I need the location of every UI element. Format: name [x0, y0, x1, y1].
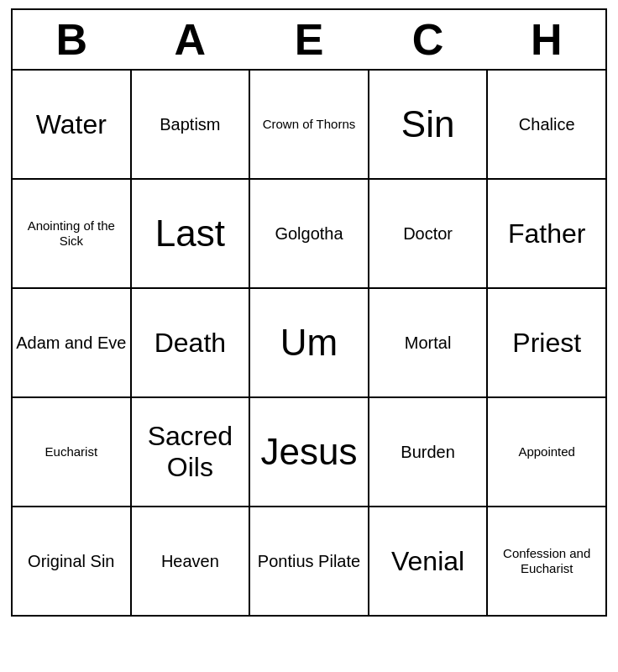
bingo-card: BAECH WaterBaptismCrown of ThornsSinChal…: [11, 8, 607, 617]
cell-content: Appointed: [518, 444, 575, 459]
header-letter: B: [12, 9, 131, 70]
cell-content: Golgotha: [275, 224, 343, 243]
bingo-row: Anointing of the SickLastGolgothaDoctorF…: [12, 179, 606, 288]
cell-content: Death: [154, 328, 226, 358]
bingo-cell: Golgotha: [249, 179, 369, 288]
bingo-grid: BAECH WaterBaptismCrown of ThornsSinChal…: [11, 8, 607, 617]
cell-content: Water: [36, 109, 107, 139]
cell-content: Chalice: [519, 115, 575, 134]
bingo-cell: Father: [487, 179, 606, 288]
bingo-cell: Burden: [369, 397, 488, 507]
cell-content: Anointing of the Sick: [28, 218, 115, 248]
bingo-row: WaterBaptismCrown of ThornsSinChalice: [12, 70, 606, 179]
cell-content: Venial: [391, 546, 464, 576]
bingo-cell: Appointed: [487, 397, 606, 507]
cell-content: Eucharist: [45, 444, 98, 459]
cell-content: Confession and Eucharist: [503, 546, 590, 575]
bingo-cell: Pontius Pilate: [249, 507, 369, 616]
bingo-cell: Sacred Oils: [131, 397, 250, 507]
header-letter: A: [131, 9, 250, 70]
bingo-cell: Crown of Thorns: [249, 70, 369, 179]
cell-content: Crown of Thorns: [263, 117, 356, 131]
cell-content: Doctor: [403, 224, 453, 243]
bingo-row: Original SinHeavenPontius PilateVenialCo…: [12, 507, 606, 616]
cell-content: Heaven: [161, 552, 219, 570]
header-letter: C: [369, 9, 488, 70]
bingo-cell: Chalice: [487, 70, 606, 179]
cell-content: Jesus: [261, 431, 358, 472]
bingo-cell: Eucharist: [12, 397, 131, 507]
bingo-cell: Adam and Eve: [12, 288, 131, 397]
bingo-cell: Sin: [369, 70, 488, 179]
bingo-cell: Jesus: [249, 397, 369, 507]
bingo-cell: Last: [131, 179, 250, 288]
cell-content: Last: [155, 213, 225, 254]
cell-content: Baptism: [160, 115, 220, 134]
cell-content: Mortal: [405, 333, 452, 352]
bingo-cell: Confession and Eucharist: [487, 507, 606, 616]
bingo-cell: Death: [131, 288, 250, 397]
cell-content: Burden: [401, 443, 455, 461]
bingo-cell: Anointing of the Sick: [12, 179, 131, 288]
cell-content: Sacred Oils: [148, 421, 233, 482]
cell-content: Adam and Eve: [16, 333, 126, 352]
bingo-row: EucharistSacred OilsJesusBurdenAppointed: [12, 397, 606, 507]
bingo-cell: Original Sin: [12, 507, 131, 616]
bingo-cell: Water: [12, 70, 131, 179]
bingo-cell: Um: [249, 288, 369, 397]
cell-content: Pontius Pilate: [258, 552, 360, 570]
bingo-cell: Mortal: [369, 288, 488, 397]
cell-content: Sin: [401, 103, 455, 144]
cell-content: Father: [508, 218, 585, 249]
bingo-row: Adam and EveDeathUmMortalPriest: [12, 288, 606, 397]
bingo-cell: Baptism: [131, 70, 250, 179]
bingo-cell: Doctor: [369, 179, 488, 288]
header-letter: H: [487, 9, 606, 70]
bingo-cell: Venial: [369, 507, 488, 616]
header-letter: E: [249, 9, 369, 70]
cell-content: Um: [280, 322, 338, 363]
bingo-cell: Heaven: [131, 507, 250, 616]
cell-content: Original Sin: [28, 552, 114, 570]
cell-content: Priest: [512, 328, 581, 358]
bingo-cell: Priest: [487, 288, 606, 397]
